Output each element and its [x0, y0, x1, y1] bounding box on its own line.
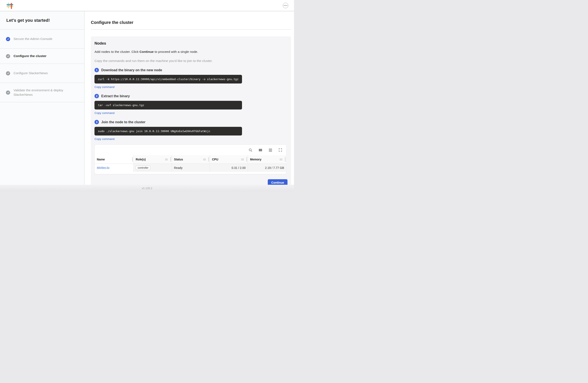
version-label: v1.125.2	[142, 187, 152, 190]
sidebar-item-validate-deploy[interactable]: Validate the environment & deploy Slacke…	[0, 83, 84, 102]
step-1-command: curl -k https://10.0.0.11:30000/api/v1/e…	[94, 75, 242, 84]
page-title: Configure the cluster	[91, 20, 291, 25]
sidebar-item-configure-cluster[interactable]: Configure the cluster	[0, 49, 84, 64]
node-cpu-cell: 0.31 / 2.00	[210, 164, 248, 172]
table-row: 8849ec3c controller Ready 0.31 / 2.00 2.…	[95, 164, 286, 172]
copy-command-link-1[interactable]: Copy command	[94, 85, 115, 88]
density-icon[interactable]	[268, 148, 273, 152]
column-header-cpu[interactable]: CPU	[210, 155, 248, 164]
check-circle-icon	[6, 71, 10, 75]
step-3-command: sudo ./slackernews-gnu join 10.0.0.11:30…	[94, 127, 242, 135]
overflow-menu-button[interactable]	[283, 3, 288, 8]
sidebar-item-label: Configure the cluster	[14, 54, 46, 58]
sidebar-item-configure-slackernews[interactable]: Configure SlackerNews	[0, 64, 84, 83]
continue-button[interactable]: Continue	[268, 179, 287, 185]
check-circle-icon	[6, 54, 10, 58]
step-2-command: tar -xvf slackernews-gnu.tgz	[94, 101, 242, 109]
nodes-card-title: Nodes	[94, 41, 287, 46]
node-link[interactable]: 8849ec3c	[97, 166, 110, 170]
step-1-title: Download the binary on the new node	[101, 68, 162, 72]
nodes-card: Nodes Add nodes to the cluster. Click Co…	[91, 36, 291, 185]
check-circle-icon	[6, 90, 10, 95]
table-header-row: Name Role(s) Status CPU	[95, 155, 286, 164]
admin-console-page: Let's get you started! Secure the Admin …	[0, 0, 294, 192]
title-divider	[91, 29, 291, 30]
sidebar-heading: Let's get you started!	[0, 11, 84, 30]
step-2-heading: 2 Extract the binary	[94, 94, 287, 98]
nodes-intro: Add nodes to the cluster. Click Continue…	[94, 50, 287, 54]
column-header-status[interactable]: Status	[172, 155, 210, 164]
step-3-heading: 3 Join the node to the cluster	[94, 120, 287, 124]
content: Let's get you started! Secure the Admin …	[0, 11, 294, 185]
nodes-hint: Copy the commands and run them on the ma…	[94, 59, 287, 63]
copy-command-link-2[interactable]: Copy command	[94, 111, 115, 115]
sidebar-item-secure-admin-console[interactable]: Secure the Admin Console	[0, 30, 84, 49]
step-3-badge: 3	[94, 120, 99, 124]
role-chip: controller	[136, 166, 150, 170]
step-3-title: Join the node to the cluster	[101, 120, 146, 124]
card-actions: Continue	[94, 179, 287, 185]
step-2-badge: 2	[94, 94, 99, 98]
column-header-name[interactable]: Name	[95, 155, 133, 164]
ellipsis-icon	[284, 5, 285, 6]
node-roles-cell: controller	[133, 164, 172, 172]
footer: v1.125.2	[0, 185, 294, 192]
column-header-memory[interactable]: Memory	[248, 155, 286, 164]
column-menu-icon[interactable]	[203, 159, 208, 160]
sidebar-item-label: Configure SlackerNews	[14, 71, 48, 75]
setup-steps-sidebar: Let's get you started! Secure the Admin …	[0, 11, 84, 185]
slackernews-logo[interactable]	[6, 1, 14, 10]
node-memory-cell: 2.19 / 7.77 GB	[248, 164, 286, 172]
sidebar-title: Let's get you started!	[6, 18, 50, 23]
main-panel: Configure the cluster Nodes Add nodes to…	[84, 11, 294, 185]
step-1-badge: 1	[94, 68, 99, 72]
column-menu-icon[interactable]	[241, 159, 246, 160]
node-name-cell: 8849ec3c	[95, 164, 133, 172]
nodes-table: Name Role(s) Status CPU	[94, 145, 286, 174]
table-toolbar	[95, 145, 286, 155]
sidebar-item-label: Validate the environment & deploy Slacke…	[14, 88, 77, 97]
step-1-heading: 1 Download the binary on the new node	[94, 68, 287, 72]
column-header-roles[interactable]: Role(s)	[133, 155, 172, 164]
view-columns-icon[interactable]	[258, 148, 263, 152]
column-menu-icon[interactable]	[280, 159, 284, 160]
copy-command-link-3[interactable]: Copy command	[94, 137, 115, 141]
fullscreen-icon[interactable]	[278, 148, 282, 152]
node-status-cell: Ready	[172, 164, 210, 172]
check-circle-icon	[6, 37, 10, 41]
sidebar-item-label: Secure the Admin Console	[14, 37, 52, 41]
column-menu-icon[interactable]	[165, 159, 169, 160]
top-nav	[0, 0, 294, 11]
search-icon[interactable]	[248, 148, 252, 152]
step-2-title: Extract the binary	[101, 94, 130, 98]
